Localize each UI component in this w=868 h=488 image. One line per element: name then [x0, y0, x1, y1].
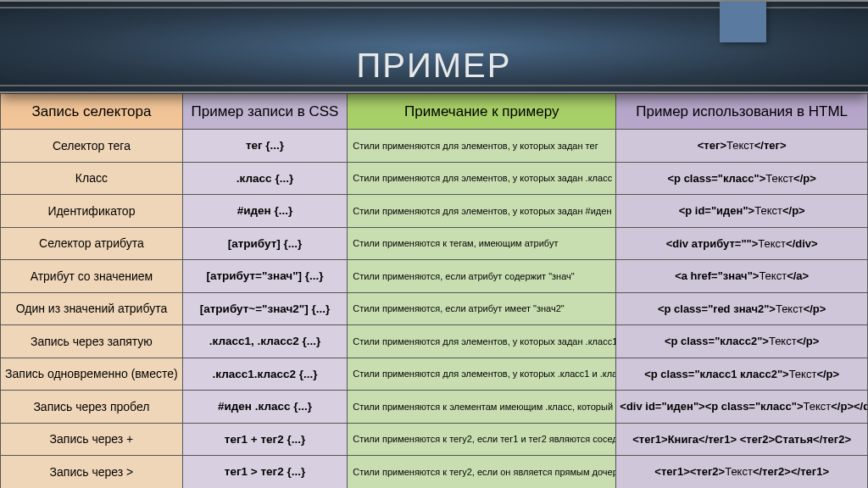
cell-selector: Идентификатор — [1, 195, 183, 228]
cell-html: <тег>Текст</тег> — [616, 130, 868, 163]
accent-decoration — [720, 2, 766, 42]
cell-css: тег {...} — [182, 130, 347, 163]
cell-html: <тег1>Книга</тег1> <тег2>Статья</тег2> — [616, 423, 868, 456]
cell-css: .класс1.класс2 {...} — [182, 358, 347, 391]
cell-selector: Атрибут со значением — [1, 260, 183, 293]
table-row: Запись через +тег1 + тег2 {...}Стили при… — [1, 423, 868, 456]
cell-note: Стили применяются для элементов, у котор… — [348, 358, 616, 391]
table-row: Запись одновременно (вместе).класс1.клас… — [1, 358, 868, 391]
cell-css: .класс {...} — [182, 162, 347, 195]
cell-html: <div id="иден"><p class="класс">Текст</p… — [616, 391, 868, 424]
cell-html: <div атрибут="">Текст</div> — [616, 227, 868, 260]
cell-note: Стили применяются для элементов, у котор… — [348, 162, 616, 195]
cell-html: <p class="класс1 класс2">Текст</p> — [616, 358, 868, 391]
cell-selector: Запись через пробел — [1, 391, 183, 424]
table-row: Селектор тегатег {...}Стили применяются … — [1, 130, 868, 163]
selectors-table: Запись селектора Пример записи в CSS При… — [0, 93, 868, 488]
cell-html: <p class="red знач2">Текст</p> — [616, 292, 868, 325]
cell-note: Стили применяются к тегу2, если он являе… — [348, 456, 616, 489]
cell-note: Стили применяются для элементов, у котор… — [348, 325, 616, 358]
table-row: Идентификатор#иден {...}Стили применяютс… — [1, 195, 868, 228]
cell-css: #иден .класс {...} — [182, 391, 347, 424]
table-header-row: Запись селектора Пример записи в CSS При… — [1, 94, 868, 130]
header-selector: Запись селектора — [1, 94, 183, 130]
title-banner: ПРИМЕР — [0, 0, 868, 93]
cell-note: Стили применяются для элементов, у котор… — [348, 130, 616, 163]
table-row: Один из значений атрибута[атрибут~="знач… — [1, 292, 868, 325]
page-title: ПРИМЕР — [357, 47, 512, 92]
cell-html: <p class="класс2">Текст</p> — [616, 325, 868, 358]
cell-css: [атрибут] {...} — [182, 227, 347, 260]
cell-note: Стили применяются к элементам имеющим .к… — [348, 391, 616, 424]
table-row: Селектор атрибута[атрибут] {...}Стили пр… — [1, 227, 868, 260]
cell-css: тег1 > тег2 {...} — [182, 456, 347, 489]
table-row: Запись через пробел#иден .класс {...}Сти… — [1, 391, 868, 424]
header-html: Пример использования в HTML — [616, 94, 868, 130]
cell-selector: Запись через запятую — [1, 325, 183, 358]
table-row: Атрибут со значением[атрибут="знач"] {..… — [1, 260, 868, 293]
cell-css: [атрибут="знач"] {...} — [182, 260, 347, 293]
cell-css: .класс1, .класс2 {...} — [182, 325, 347, 358]
cell-css: #иден {...} — [182, 195, 347, 228]
cell-note: Стили применяются для элементов, у котор… — [348, 195, 616, 228]
cell-note: Стили применяются, если атрибут содержит… — [348, 260, 616, 293]
cell-css: тег1 + тег2 {...} — [182, 423, 347, 456]
cell-selector: Селектор тега — [1, 130, 183, 163]
header-note: Примечание к примеру — [348, 94, 616, 130]
cell-note: Стили применяются к тегу2, если тег1 и т… — [348, 423, 616, 456]
cell-html: <a href="знач">Текст</a> — [616, 260, 868, 293]
cell-html: <p id="иден">Текст</p> — [616, 195, 868, 228]
cell-selector: Запись через > — [1, 456, 183, 489]
header-css: Пример записи в CSS — [182, 94, 347, 130]
cell-selector: Запись через + — [1, 423, 183, 456]
cell-css: [атрибут~="знач2"] {...} — [182, 292, 347, 325]
cell-selector: Селектор атрибута — [1, 227, 183, 260]
cell-selector: Запись одновременно (вместе) — [1, 358, 183, 391]
cell-selector: Класс — [1, 162, 183, 195]
table-row: Класс.класс {...}Стили применяются для э… — [1, 162, 868, 195]
cell-selector: Один из значений атрибута — [1, 292, 183, 325]
table-row: Запись через запятую.класс1, .класс2 {..… — [1, 325, 868, 358]
cell-note: Стили применяются, если атрибут имеет "з… — [348, 292, 616, 325]
cell-html: <p class="класс">Текст</p> — [616, 162, 868, 195]
cell-note: Стили применяются к тегам, имеющим атриб… — [348, 227, 616, 260]
table-row: Запись через >тег1 > тег2 {...}Стили при… — [1, 456, 868, 489]
cell-html: <тег1><тег2>Текст</тег2></тег1> — [616, 456, 868, 489]
